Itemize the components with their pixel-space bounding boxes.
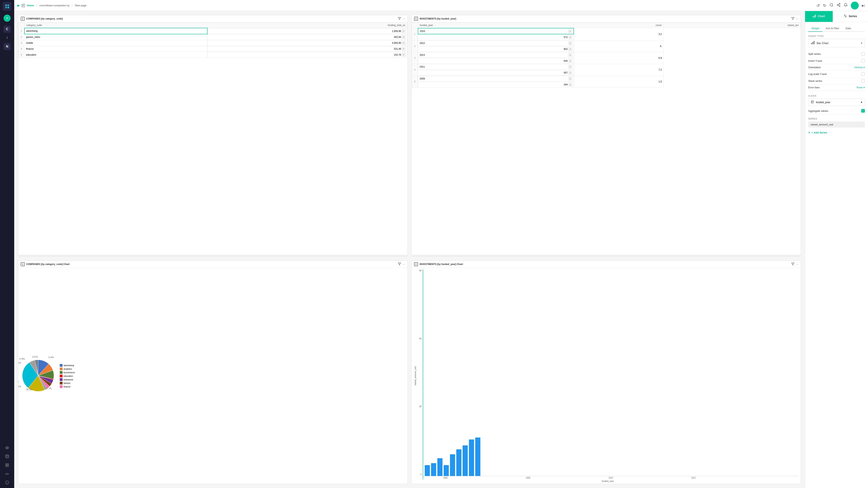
bar[interactable] — [450, 454, 455, 476]
log-scale-label: Log scale Y-axis — [808, 72, 827, 75]
investments-more-icon[interactable]: ··· — [796, 17, 798, 20]
cell-action-btn[interactable]: ≡ — [402, 29, 406, 33]
error-bars-dropdown[interactable]: None ▾ — [857, 86, 865, 89]
cell-category[interactable]: finance — [25, 46, 207, 52]
cell-action-btn[interactable]: ≡ — [568, 35, 572, 39]
companies-chart-more-icon[interactable]: ··· — [403, 263, 405, 266]
cell-count: 294≡ — [418, 82, 574, 88]
cell-category[interactable]: advertising — [25, 28, 207, 34]
tab-series[interactable]: Series — [833, 11, 868, 22]
redo-button[interactable]: ↻ — [823, 3, 826, 8]
log-scale-checkbox[interactable] — [861, 72, 865, 76]
sidebar-item-i[interactable]: I — [4, 34, 11, 41]
aggregate-checkbox[interactable]: ✓ — [861, 109, 865, 112]
cell-action-btn[interactable]: ≡ — [568, 77, 572, 80]
companies-chart-widget: Σ COMPANIES [by category_code] Chart ···… — [18, 260, 408, 484]
legend-color-ecommerce — [60, 371, 63, 374]
companies-more-icon[interactable]: ··· — [403, 17, 405, 20]
sidebar-item-help[interactable] — [4, 479, 11, 486]
cell-year[interactable]: 2010≡ — [418, 28, 574, 34]
sidebar-item-code[interactable]: </> — [4, 470, 11, 477]
sub-tab-sort-filter[interactable]: Sort & Filter — [823, 25, 842, 32]
cell-action-btn[interactable]: ≡ — [402, 47, 406, 51]
cell-action-btn[interactable]: ≡ — [402, 53, 406, 57]
legend-item-education: education — [60, 375, 75, 378]
cell-year[interactable]: 2009≡ — [418, 76, 574, 82]
inv-chart-more-icon[interactable]: ··· — [796, 263, 798, 266]
bar[interactable] — [431, 463, 436, 476]
x-axis-value — [484, 477, 489, 479]
orientation-dropdown[interactable]: Vertical ▾ — [854, 66, 865, 69]
bar[interactable] — [456, 449, 461, 476]
cell-year[interactable]: 2013≡ — [418, 52, 574, 58]
investments-table-widget: Σ INVESTMENTS [by funded_year] ··· — [411, 15, 801, 257]
breadcrumb-home[interactable]: Home — [27, 4, 34, 7]
cell-action-btn[interactable]: ≡ — [568, 47, 572, 51]
invert-y-checkbox[interactable] — [861, 59, 865, 63]
companies-chart-filter-icon[interactable] — [398, 262, 401, 266]
search-icon[interactable] — [830, 3, 834, 8]
x-axis-dropdown[interactable]: funded_year ▾ — [808, 99, 865, 106]
cell-action-btn[interactable]: ≡ — [568, 71, 572, 74]
sub-tab-data[interactable]: Data — [842, 25, 854, 32]
cell-year[interactable]: 2012≡ — [418, 40, 574, 46]
cell-action-btn[interactable]: ≡ — [568, 29, 572, 33]
companies-table-widget: Σ COMPANIES [by category_code] ··· — [18, 15, 408, 257]
companies-filter-icon[interactable] — [398, 17, 401, 21]
tab-chart[interactable]: Chart — [805, 11, 833, 22]
svg-marker-15 — [792, 263, 794, 265]
sub-tab-widget[interactable]: Widget — [808, 25, 823, 32]
breadcrumb-page[interactable]: New page — [75, 4, 87, 7]
log-scale-row: Log scale Y-axis — [808, 71, 865, 77]
panel-toggle-icon[interactable]: ▶| — [862, 4, 865, 7]
sidebar-item-n[interactable]: N — [4, 43, 11, 50]
sidebar-item-c[interactable]: C — [4, 26, 11, 33]
share-icon[interactable] — [837, 3, 841, 8]
cell-year[interactable]: 2011≡ — [418, 64, 574, 70]
cell-action-btn[interactable]: ≡ — [402, 35, 406, 39]
investments-filter-icon[interactable] — [791, 17, 795, 21]
bar[interactable] — [475, 437, 480, 476]
cell-category[interactable]: games_video — [25, 34, 207, 40]
bar[interactable] — [444, 465, 449, 476]
split-series-checkbox[interactable] — [861, 52, 865, 56]
sidebar-item-eye[interactable] — [4, 444, 11, 451]
cell-count: 957≡ — [418, 70, 574, 76]
series-tab-icon — [843, 14, 847, 18]
cell-action-btn[interactable]: ≡ — [568, 65, 572, 69]
cell-action-btn[interactable]: ≡ — [402, 41, 406, 45]
series-chip[interactable]: raised_amount_usd — [808, 122, 865, 128]
bar[interactable] — [469, 440, 474, 476]
add-series-button[interactable]: + + Add Series — [808, 129, 865, 136]
notification-icon[interactable] — [844, 3, 848, 8]
chart-type-dropdown[interactable]: Bar Chart ▾ — [808, 39, 865, 47]
cell-category[interactable]: education — [25, 52, 207, 58]
bar[interactable] — [437, 458, 442, 476]
col-funding-total[interactable]: funding_total_us — [207, 23, 407, 28]
investments-scrollbar[interactable] — [412, 255, 801, 256]
bar[interactable] — [425, 465, 430, 476]
cell-count: 802≡ — [418, 46, 574, 52]
add-button[interactable]: + — [4, 14, 11, 22]
col-count[interactable]: count — [574, 23, 663, 28]
cell-action-btn[interactable]: ≡ — [568, 41, 572, 45]
undo-button[interactable]: ↺ — [816, 3, 820, 8]
inv-chart-filter-icon[interactable] — [791, 262, 795, 266]
breadcrumb-db[interactable]: crunchbase-companies-ny — [39, 4, 69, 7]
companies-scrollbar[interactable] — [18, 255, 407, 256]
stack-series-checkbox[interactable] — [861, 79, 865, 83]
col-funded-year[interactable]: funded_year — [418, 23, 574, 28]
bar[interactable] — [463, 446, 468, 476]
cell-action-btn[interactable]: ≡ — [568, 53, 572, 57]
legend-item-fashion: fashion — [60, 382, 75, 385]
sidebar-item-grid[interactable] — [4, 462, 11, 469]
cell-action-btn[interactable]: ≡ — [568, 59, 572, 63]
x-axis-value — [732, 477, 737, 479]
nav-arrow-left[interactable]: ▶ — [18, 4, 20, 7]
sidebar-item-database[interactable] — [4, 453, 11, 460]
cell-action-btn[interactable]: ≡ — [568, 83, 572, 86]
user-avatar[interactable] — [851, 2, 859, 9]
col-raised-am[interactable]: raised_am — [663, 23, 801, 28]
cell-category[interactable]: mobile — [25, 40, 207, 46]
col-category-code[interactable]: category_code — [25, 23, 207, 28]
